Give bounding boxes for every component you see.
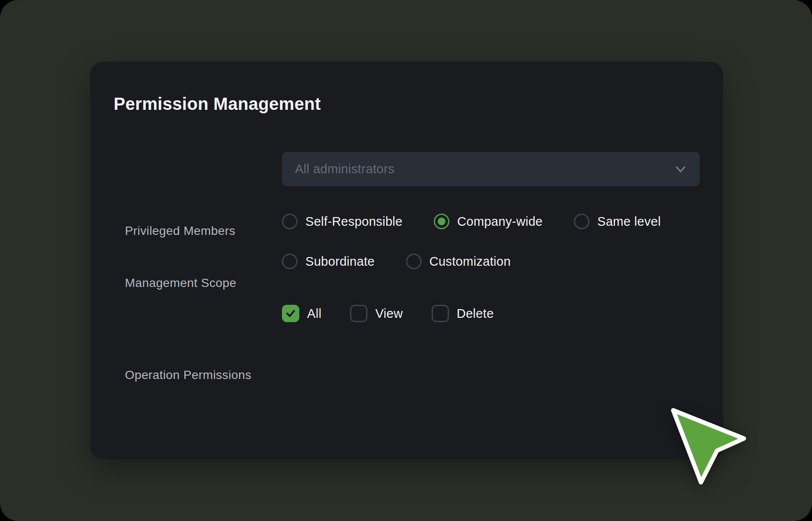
checkbox-option-label: All bbox=[307, 305, 321, 322]
checkbox-option-label: Delete bbox=[457, 305, 494, 322]
radio-option-label: Company-wide bbox=[457, 213, 543, 230]
radio-unselected-icon[interactable] bbox=[406, 254, 422, 269]
radio-option-label: Subordinate bbox=[305, 253, 375, 270]
radio-option-subordinate[interactable]: Subordinate bbox=[282, 253, 375, 270]
privileged-members-placeholder: All administrators bbox=[295, 162, 674, 176]
checkbox-option-label: View bbox=[375, 305, 403, 322]
management-scope-label: Management Scope bbox=[125, 275, 236, 291]
chevron-down-icon bbox=[674, 162, 688, 176]
radio-option-label: Customization bbox=[429, 253, 511, 270]
radio-option-same-level[interactable]: Same level bbox=[574, 213, 661, 230]
management-scope-radio-row-1: Self-Responsible Company-wide Same level bbox=[282, 213, 661, 230]
checkbox-unchecked-icon[interactable] bbox=[432, 305, 449, 322]
operation-permissions-checkbox-row: All View Delete bbox=[282, 305, 494, 322]
screen-background: Permission Management Privileged Members… bbox=[0, 0, 812, 521]
privileged-members-label: Privileged Members bbox=[125, 223, 236, 239]
radio-option-customization[interactable]: Customization bbox=[406, 253, 511, 270]
operation-permissions-label: Operation Permissions bbox=[125, 367, 252, 383]
radio-option-label: Self-Responsible bbox=[305, 213, 403, 230]
checkbox-unchecked-icon[interactable] bbox=[350, 305, 367, 322]
radio-option-self-responsible[interactable]: Self-Responsible bbox=[282, 213, 403, 230]
radio-selected-icon[interactable] bbox=[434, 214, 449, 229]
management-scope-radio-row-2: Subordinate Customization bbox=[282, 253, 511, 270]
radio-unselected-icon[interactable] bbox=[282, 254, 298, 269]
checkbox-option-view[interactable]: View bbox=[350, 305, 403, 322]
checkbox-checked-icon[interactable] bbox=[282, 305, 299, 322]
permission-management-panel: Permission Management Privileged Members… bbox=[90, 62, 723, 459]
privileged-members-select[interactable]: All administrators bbox=[282, 152, 700, 186]
radio-option-label: Same level bbox=[597, 213, 661, 230]
checkbox-option-all[interactable]: All bbox=[282, 305, 321, 322]
radio-unselected-icon[interactable] bbox=[574, 214, 589, 229]
radio-option-company-wide[interactable]: Company-wide bbox=[434, 213, 543, 230]
checkbox-option-delete[interactable]: Delete bbox=[432, 305, 494, 322]
page-title: Permission Management bbox=[114, 93, 321, 115]
radio-unselected-icon[interactable] bbox=[282, 214, 298, 229]
